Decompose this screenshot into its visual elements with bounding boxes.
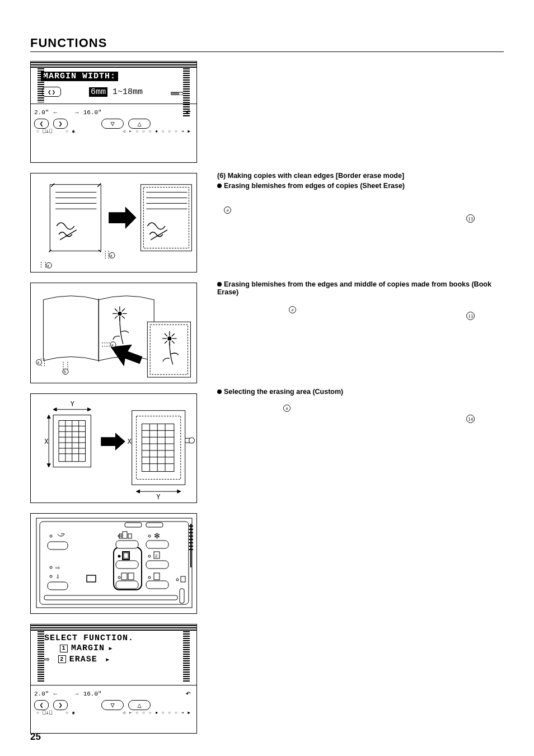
left-button[interactable]: ❮ <box>34 700 49 710</box>
option-1-label[interactable]: MARGIN <box>71 644 105 653</box>
sheet-erase-title: Erasing blemishes from edges of copies (… <box>224 182 405 190</box>
svg-text:2: 2 <box>155 553 158 558</box>
svg-text:a: a <box>110 253 113 258</box>
svg-rect-178 <box>44 595 177 600</box>
svg-rect-163 <box>116 581 138 589</box>
margin-value: 6mm <box>89 87 107 97</box>
figure-sheet-erase: a a <box>30 173 197 273</box>
svg-marker-108 <box>53 408 57 411</box>
zoom-max: 16.0" <box>83 691 102 697</box>
svg-point-126 <box>189 438 195 443</box>
lcd-margin-title: MARGIN WIDTH: <box>41 72 118 81</box>
svg-point-156 <box>118 555 121 558</box>
svg-marker-110 <box>101 433 125 450</box>
svg-marker-105 <box>47 415 50 419</box>
svg-rect-159 <box>116 561 138 569</box>
svg-marker-129 <box>177 490 181 493</box>
svg-rect-75 <box>147 322 190 377</box>
option-1-number: 1 <box>60 645 68 652</box>
svg-point-77 <box>168 337 171 340</box>
figure-custom-erase: X Y X <box>30 393 197 503</box>
triangle-right-icon: ▸ <box>108 643 114 654</box>
svg-rect-176 <box>125 523 142 527</box>
svg-marker-128 <box>137 490 140 493</box>
svg-rect-44 <box>171 92 183 95</box>
bullet-icon <box>217 184 222 188</box>
svg-rect-155 <box>116 541 138 548</box>
label-x: X <box>44 438 49 445</box>
left-button[interactable]: ❮ <box>34 119 49 129</box>
zoom-max: 16.0" <box>83 109 102 116</box>
ref-13: 13 <box>466 312 475 320</box>
ref-14: 14 <box>466 415 475 423</box>
zoom-min: 2.0" <box>34 691 49 697</box>
svg-rect-177 <box>146 523 163 527</box>
svg-point-73 <box>118 312 121 315</box>
right-button[interactable]: ❯ <box>53 700 68 710</box>
svg-marker-57 <box>109 206 136 229</box>
marker-a: a <box>224 206 231 214</box>
select-title: SELECT FUNCTION. <box>41 633 186 643</box>
divider <box>30 51 504 52</box>
margin-range: 1~18mm <box>113 87 143 97</box>
lcd-select-function: SELECT FUNCTION. 1 MARGIN ▸ ⇨ 2 ERASE ▸ <box>30 624 197 734</box>
option-2-label[interactable]: ERASE <box>69 655 97 664</box>
svg-rect-148 <box>48 582 68 590</box>
svg-text:⇩: ⇩ <box>55 574 60 580</box>
up-button[interactable]: △ <box>128 700 151 710</box>
svg-rect-173 <box>146 581 168 589</box>
svg-rect-143 <box>48 542 68 550</box>
svg-rect-111 <box>132 411 185 485</box>
undo-icon[interactable]: ↶ <box>185 688 191 699</box>
marker-a: a <box>289 306 296 313</box>
svg-rect-58 <box>140 185 191 251</box>
bullet-icon <box>217 389 222 394</box>
down-button[interactable]: ▽ <box>101 119 124 129</box>
indicator-row: ○ ⎕⊥⎕ ○ ◉ ◁ ⇤ ○ ○ ○ ● ○ ○ ○ ⇥ ▶ <box>34 710 193 716</box>
svg-text:a: a <box>38 360 40 365</box>
svg-text:✻: ✻ <box>154 532 160 540</box>
custom-erase-title: Selecting the erasing area (Custom) <box>224 388 343 396</box>
figure-book-erase: a b a <box>30 283 197 383</box>
svg-text:a: a <box>111 342 114 348</box>
section-6-heading: (6) Making copies with clean edges [Bord… <box>217 172 504 180</box>
svg-rect-179 <box>180 589 184 603</box>
bullet-icon <box>217 282 222 287</box>
indicator-row: ○ ⎕⊥⎕ ○ ◉ ◁ ⇤ ○ ○ ○ ● ○ ○ ○ ⇥ ▶ <box>34 129 193 134</box>
option-2-number: 2 <box>58 655 66 663</box>
svg-text:Y: Y <box>156 493 160 501</box>
triangle-right-icon: ▸ <box>105 654 111 665</box>
svg-text:a: a <box>47 263 49 268</box>
nav-left-right-icon[interactable]: ❮❯ <box>42 87 61 97</box>
progress-icon <box>171 87 183 96</box>
right-button[interactable]: ❯ <box>53 119 68 129</box>
svg-marker-109 <box>87 408 91 411</box>
marker-a: a <box>283 405 291 412</box>
svg-rect-52 <box>50 185 101 251</box>
page-number: 25 <box>30 731 41 743</box>
svg-text:X: X <box>128 438 132 445</box>
book-erase-title: Erasing blemishes from the edges and mid… <box>217 280 491 296</box>
ref-13: 13 <box>466 214 475 223</box>
up-button[interactable]: △ <box>128 119 151 129</box>
down-button[interactable]: ▽ <box>101 700 124 710</box>
undo-icon[interactable]: ↶ <box>185 106 191 118</box>
page-title: FUNCTIONS <box>30 36 504 50</box>
svg-rect-166 <box>146 541 168 548</box>
lcd-margin-width: MARGIN WIDTH: ❮❯ 6mm 1~18mm 2.0"← →16.0"… <box>30 61 197 163</box>
svg-rect-170 <box>146 561 168 569</box>
pointer-icon: ⇨ <box>44 654 50 665</box>
svg-text:⇨: ⇨ <box>55 565 60 571</box>
svg-text:b: b <box>64 369 66 374</box>
svg-marker-106 <box>47 464 50 467</box>
zoom-min: 2.0" <box>34 109 49 116</box>
figure-control-panel: ⇨ ⇩ <box>30 513 197 614</box>
label-y: Y <box>71 400 74 408</box>
